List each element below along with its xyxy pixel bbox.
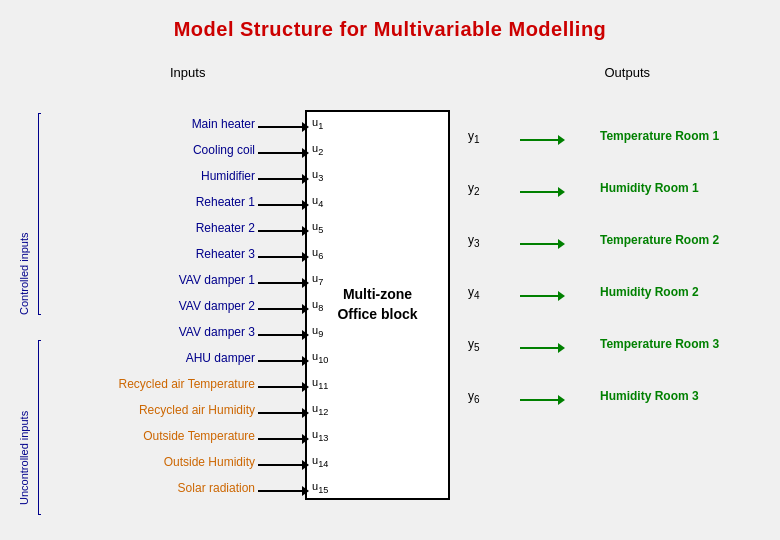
input-label-6: Reheater 3 [100, 248, 255, 260]
input-arrow-7 [258, 278, 309, 288]
input-arrow-14 [258, 460, 309, 470]
uncontrolled-inputs-label: Uncontrolled inputs [18, 345, 30, 505]
output-label-4: Humidity Room 2 [600, 285, 699, 299]
y-label-4: y4 [468, 285, 480, 301]
u-label-11: u11 [312, 376, 328, 391]
y-label-3: y3 [468, 233, 480, 249]
input-label-1: Main heater [100, 118, 255, 130]
input-label-5: Reheater 2 [100, 222, 255, 234]
u-label-7: u7 [312, 272, 323, 287]
input-arrow-5 [258, 226, 309, 236]
u-label-2: u2 [312, 142, 323, 157]
input-arrow-15 [258, 486, 309, 496]
u-label-12: u12 [312, 402, 328, 417]
outputs-label: Outputs [604, 65, 650, 80]
input-arrow-9 [258, 330, 309, 340]
input-arrow-11 [258, 382, 309, 392]
u-label-6: u6 [312, 246, 323, 261]
output-label-2: Humidity Room 1 [600, 181, 699, 195]
input-arrow-12 [258, 408, 309, 418]
input-label-11: Recycled air Temperature [100, 378, 255, 390]
u-label-13: u13 [312, 428, 328, 443]
u-label-5: u5 [312, 220, 323, 235]
output-arrow-2 [520, 187, 565, 197]
uncontrolled-bracket [38, 340, 41, 515]
input-label-9: VAV damper 3 [100, 326, 255, 338]
input-label-4: Reheater 1 [100, 196, 255, 208]
y-label-2: y2 [468, 181, 480, 197]
output-arrow-6 [520, 395, 565, 405]
output-label-6: Humidity Room 3 [600, 389, 699, 403]
input-label-12: Recycled air Humidity [100, 404, 255, 416]
output-arrow-1 [520, 135, 565, 145]
input-arrow-3 [258, 174, 309, 184]
output-arrow-4 [520, 291, 565, 301]
output-label-3: Temperature Room 2 [600, 233, 719, 247]
y-label-6: y6 [468, 389, 480, 405]
input-arrow-13 [258, 434, 309, 444]
page: Model Structure for Multivariable Modell… [0, 0, 780, 540]
u-label-8: u8 [312, 298, 323, 313]
input-label-15: Solar radiation [100, 482, 255, 494]
u-label-15: u15 [312, 480, 328, 495]
input-label-2: Cooling coil [100, 144, 255, 156]
y-label-5: y5 [468, 337, 480, 353]
output-arrow-5 [520, 343, 565, 353]
input-arrow-8 [258, 304, 309, 314]
inputs-label: Inputs [170, 65, 205, 80]
y-label-1: y1 [468, 129, 480, 145]
input-label-7: VAV damper 1 [100, 274, 255, 286]
controlled-inputs-label: Controlled inputs [18, 115, 30, 315]
output-label-1: Temperature Room 1 [600, 129, 719, 143]
u-label-3: u3 [312, 168, 323, 183]
output-label-5: Temperature Room 3 [600, 337, 719, 351]
diagram-area: Inputs Outputs Controlled inputs Uncontr… [0, 55, 780, 540]
input-arrow-2 [258, 148, 309, 158]
output-arrow-3 [520, 239, 565, 249]
input-label-14: Outside Humidity [100, 456, 255, 468]
u-label-10: u10 [312, 350, 328, 365]
u-label-1: u1 [312, 116, 323, 131]
input-label-3: Humidifier [100, 170, 255, 182]
input-arrow-6 [258, 252, 309, 262]
page-title: Model Structure for Multivariable Modell… [0, 0, 780, 41]
input-arrow-4 [258, 200, 309, 210]
controlled-bracket [38, 113, 41, 315]
center-block-text: Multi-zone Office block [337, 285, 417, 324]
u-label-9: u9 [312, 324, 323, 339]
input-arrow-1 [258, 122, 309, 132]
input-label-13: Outside Temperature [100, 430, 255, 442]
input-arrow-10 [258, 356, 309, 366]
input-label-10: AHU damper [100, 352, 255, 364]
input-label-8: VAV damper 2 [100, 300, 255, 312]
u-label-4: u4 [312, 194, 323, 209]
u-label-14: u14 [312, 454, 328, 469]
